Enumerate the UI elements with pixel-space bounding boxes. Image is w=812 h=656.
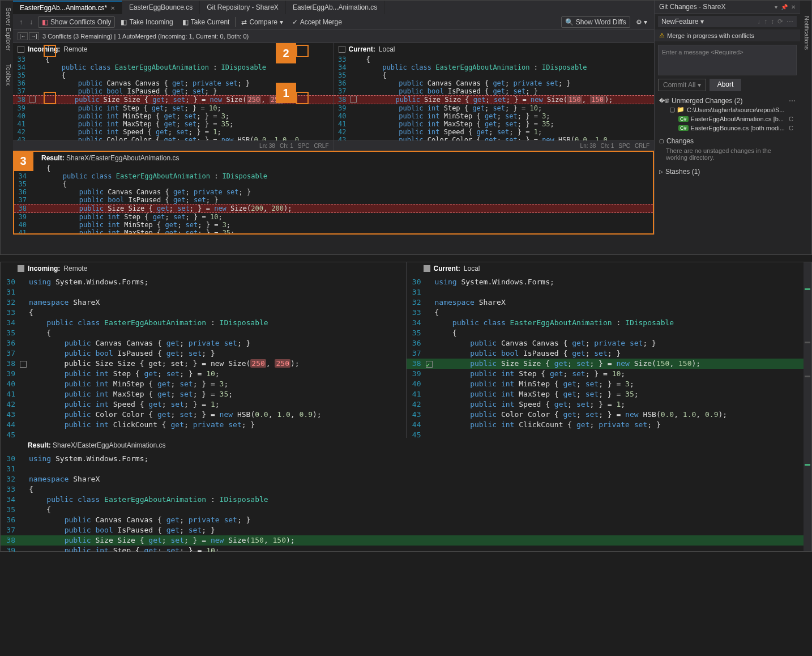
take-current-button[interactable]: ◧ Take Current <box>179 17 233 27</box>
nav-down-icon[interactable]: ↓ <box>27 18 36 27</box>
nav-first-icon[interactable]: |← <box>18 32 28 40</box>
current-line38-checkbox[interactable] <box>426 361 433 368</box>
tab-close[interactable]: ✕ <box>110 5 115 11</box>
show-conflicts-button[interactable]: ◧Show Conflicts Only <box>38 16 115 28</box>
left-tool-rail: Server Explorer Toolbox <box>1 1 13 254</box>
push-icon[interactable]: ↕ <box>771 18 774 25</box>
result-code-2[interactable]: 30using System.Windows.Forms; 31 32names… <box>1 451 811 552</box>
toolbox-rail[interactable]: Toolbox <box>1 63 13 87</box>
merge-toolbar: ↑ ↓ ◧Show Conflicts Only ◧ Take Incoming… <box>13 14 654 30</box>
gear-icon[interactable]: ⚙ ▾ <box>632 17 651 27</box>
pin-icon[interactable]: 📌 <box>781 4 788 10</box>
notifications-rail[interactable]: Notifications <box>800 15 811 51</box>
close-icon[interactable]: ✕ <box>791 4 796 10</box>
nav-up-icon[interactable]: ↑ <box>16 18 25 27</box>
incoming-checkbox-2[interactable] <box>18 265 24 272</box>
tab[interactable]: Git Repository - ShareX <box>200 1 286 14</box>
more-icon[interactable]: ⋯ <box>787 18 793 25</box>
no-changes-text: There are no unstaged changes in the wor… <box>659 145 796 163</box>
current-checkbox[interactable] <box>339 46 345 53</box>
changes-section[interactable]: ▢Changes <box>659 137 796 145</box>
more-icon[interactable]: ⋯ <box>789 97 796 105</box>
document-tabs: EasterEggAb...Animation.cs*✕ EasterEggBo… <box>13 1 654 14</box>
show-word-diffs-button[interactable]: 🔍 Show Word Diffs <box>561 16 630 28</box>
commit-message-input[interactable]: Enter a message <Required> <box>658 45 797 75</box>
annotation-badge-2: 2 <box>276 43 296 63</box>
server-explorer-rail[interactable]: Server Explorer <box>1 6 13 52</box>
file-item[interactable]: C#EasterEggBounce.cs [both modi...C <box>659 123 796 133</box>
incoming-line38-checkbox[interactable] <box>20 361 27 368</box>
abort-button[interactable]: Abort <box>710 79 742 91</box>
sync-icon[interactable]: ⟳ <box>777 18 783 25</box>
compare-button[interactable]: ⇄ Compare ▾ <box>238 17 286 27</box>
scrollbar[interactable] <box>804 262 811 438</box>
current-code-2[interactable]: 30using System.Windows.Forms; 31 32names… <box>407 275 812 440</box>
branch-name[interactable]: NewFeature <box>661 18 698 25</box>
merge-status-line: |←→| 3 Conflicts (3 Remaining) | 1 AutoM… <box>13 30 654 43</box>
stashes-section[interactable]: ▷Stashes (1) <box>659 168 796 176</box>
result-header: Result: ShareX/EasterEggAboutAnimation.c… <box>14 152 653 164</box>
warning-icon: ⚠ <box>659 32 665 39</box>
pull-icon[interactable]: ↑ <box>764 18 767 25</box>
tab[interactable]: EasterEggBounce.cs <box>122 1 200 14</box>
nav-next-icon[interactable]: →| <box>29 32 39 40</box>
annotation-badge-1: 1 <box>276 83 296 103</box>
git-panel-title: Git Changes - ShareX <box>659 3 725 11</box>
incoming-checkbox[interactable] <box>18 46 24 53</box>
merge-warning: ⚠Merge in progress with conflicts <box>655 29 800 41</box>
result-code[interactable]: 33 { 34 public class EasterEggAboutAnima… <box>14 164 653 233</box>
incoming-line-checkbox[interactable] <box>29 96 36 103</box>
fetch-icon[interactable]: ↓ <box>757 18 760 25</box>
current-header: Current: Local <box>334 43 655 56</box>
git-changes-panel: Git Changes - ShareX ▾📌✕ NewFeature▾ ↓↑↕… <box>654 1 800 235</box>
incoming-header-2: Incoming: Remote <box>1 262 406 275</box>
result-header-2: Result: ShareX/EasterEggAboutAnimation.c… <box>1 438 811 451</box>
current-status-bar: Ln: 38Ch: 1SPCCRLF <box>334 140 655 151</box>
folder-item[interactable]: ▢ 📁C:\Users\tagherfa\source\repos\S... <box>659 105 796 114</box>
dropdown-icon[interactable]: ▾ <box>775 4 777 10</box>
incoming-code-2[interactable]: 30using System.Windows.Forms; 31 32names… <box>1 275 406 440</box>
take-incoming-button[interactable]: ◧ Take Incoming <box>117 17 176 27</box>
annotation-badge-3: 3 <box>13 151 33 171</box>
tab[interactable]: EasterEggAb...Animation.cs <box>286 1 384 14</box>
current-checkbox-2[interactable] <box>424 265 430 272</box>
incoming-status-bar: Ln: 38Ch: 1SPCCRLF <box>13 140 334 151</box>
current-line-checkbox[interactable] <box>350 96 357 103</box>
file-item[interactable]: C#EasterEggAboutAnimation.cs [b...C <box>659 114 796 123</box>
current-code[interactable]: 33 { 34 public class EasterEggAboutAnima… <box>334 56 655 140</box>
unmerged-section[interactable]: �键Unmerged Changes (2)⋯ <box>659 97 796 105</box>
current-header-2: Current: Local <box>407 262 812 275</box>
commit-all-button[interactable]: Commit All ▾ <box>658 79 706 91</box>
tab-active[interactable]: EasterEggAb...Animation.cs*✕ <box>13 1 122 14</box>
accept-merge-button[interactable]: ✓ Accept Merge <box>289 17 345 27</box>
scrollbar[interactable] <box>804 438 811 551</box>
